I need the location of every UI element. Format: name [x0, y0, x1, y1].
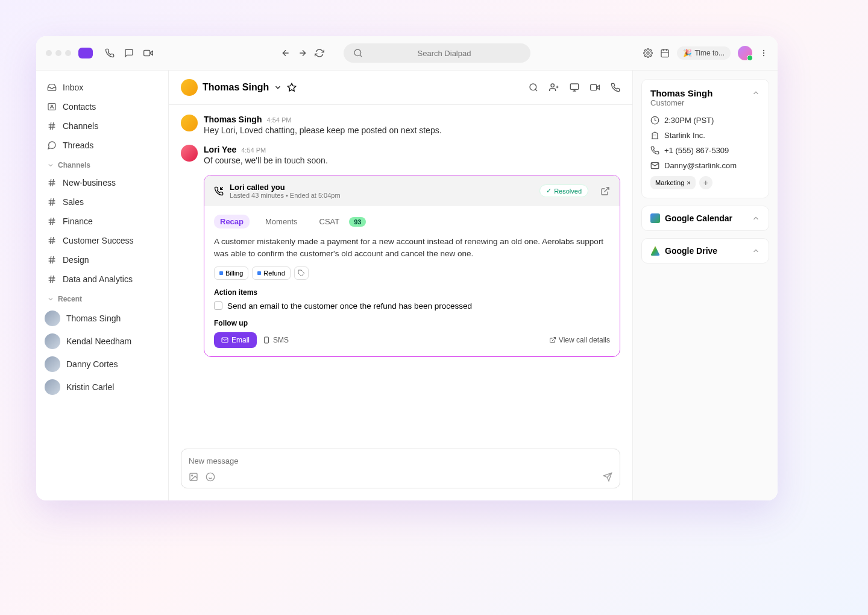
tag-billing[interactable]: Billing [214, 266, 248, 280]
channel-design[interactable]: Design [36, 250, 168, 270]
action-item-text: Send an email to the customer once the r… [227, 301, 472, 311]
window-controls[interactable] [46, 50, 71, 56]
google-drive-card[interactable]: Google Drive [641, 238, 769, 263]
gdrive-icon [650, 246, 660, 256]
avatar [181, 115, 198, 131]
phone-icon[interactable] [105, 48, 115, 58]
message-text: Hey Lori, Loved chatting, please keep me… [204, 125, 620, 135]
nav-threads[interactable]: Threads [36, 136, 168, 155]
action-checkbox[interactable] [214, 301, 222, 310]
tag-refund[interactable]: Refund [252, 266, 290, 280]
svg-point-14 [206, 473, 214, 481]
recent-kristin[interactable]: Kristin Carlel [36, 376, 168, 399]
chevron-down-icon[interactable] [274, 83, 282, 92]
recap-text: A customer mistakenly made a payment for… [214, 236, 610, 260]
gear-icon[interactable] [643, 48, 653, 58]
tag-dot-icon [257, 271, 261, 275]
chevron-up-icon[interactable] [752, 88, 760, 98]
minimize-dot[interactable] [55, 50, 61, 56]
app-logo [78, 48, 93, 58]
recent-kendal[interactable]: Kendal Needham [36, 330, 168, 353]
nav-contacts[interactable]: Contacts [36, 97, 168, 116]
channel-data-analytics[interactable]: Data and Analytics [36, 270, 168, 289]
conversation-header: Thomas Singh [169, 71, 632, 105]
recent-danny[interactable]: Danny Cortes [36, 353, 168, 376]
close-icon[interactable]: × [687, 179, 690, 186]
channel-finance[interactable]: Finance [36, 212, 168, 231]
add-people-icon[interactable] [549, 83, 559, 92]
recent-thomas[interactable]: Thomas Singh [36, 307, 168, 330]
svg-marker-8 [288, 83, 296, 91]
tags-row: Billing Refund [214, 266, 610, 280]
star-icon[interactable] [287, 83, 297, 92]
tab-moments[interactable]: Moments [259, 215, 303, 229]
phone-icon[interactable] [611, 83, 620, 92]
tag-icon [298, 270, 305, 277]
recent-section-header[interactable]: Recent [36, 289, 168, 307]
google-calendar-card[interactable]: Google Calendar [641, 206, 769, 231]
svg-point-3 [763, 50, 764, 51]
message-sender: Lori Yee [204, 145, 236, 154]
avatar [45, 379, 60, 395]
chevron-up-icon [752, 213, 760, 223]
contact-company: Starlink Inc. [650, 131, 760, 140]
maximize-dot[interactable] [65, 50, 71, 56]
mail-icon [221, 336, 228, 344]
hash-icon [47, 274, 57, 284]
clock-icon [650, 116, 659, 125]
composer-tools [189, 472, 612, 482]
video-icon[interactable] [590, 83, 600, 92]
email-button[interactable]: Email [214, 332, 257, 348]
channel-new-business[interactable]: New-business [36, 173, 168, 192]
back-icon[interactable] [281, 48, 291, 58]
view-call-details[interactable]: View call details [549, 336, 610, 344]
add-tag-button[interactable] [294, 266, 309, 280]
refresh-icon[interactable] [315, 48, 324, 58]
calendar-icon[interactable] [660, 48, 670, 58]
composer-input[interactable] [189, 456, 612, 465]
message-text: Of course, we'll be in touch soon. [204, 156, 620, 165]
time-chip[interactable]: 🎉 Time to... [677, 46, 731, 60]
emoji-icon[interactable] [206, 472, 215, 482]
channel-sales[interactable]: Sales [36, 192, 168, 212]
message-time: 4:54 PM [266, 116, 291, 124]
forward-icon[interactable] [298, 48, 307, 58]
contact-time: 2:30PM (PST) [650, 116, 760, 125]
svg-point-0 [354, 49, 361, 56]
channels-section-header[interactable]: Channels [36, 155, 168, 173]
video-icon[interactable] [143, 48, 153, 58]
svg-point-9 [530, 84, 536, 90]
tab-recap[interactable]: Recap [214, 215, 250, 229]
avatar [181, 145, 198, 162]
right-panel: Thomas Singh Customer 2:30PM (PST) Starl… [633, 71, 778, 500]
nav-channels[interactable]: Channels [36, 116, 168, 136]
search-box[interactable]: Search Dialpad [344, 43, 530, 63]
more-icon[interactable] [760, 48, 768, 58]
message-composer[interactable] [181, 449, 620, 488]
hash-icon [47, 121, 57, 131]
inbox-icon [47, 83, 57, 92]
external-link-icon[interactable] [600, 186, 610, 196]
tab-csat[interactable]: CSAT [313, 215, 346, 229]
nav-arrows [281, 48, 324, 58]
nav-inbox[interactable]: Inbox [36, 78, 168, 97]
tag-marketing[interactable]: Marketing× [650, 176, 696, 189]
svg-point-13 [192, 475, 193, 476]
contact-email: Danny@starlink.com [650, 161, 760, 170]
app-window: Search Dialpad 🎉 Time to... Inbox Contac… [36, 36, 778, 500]
chevron-up-icon [752, 246, 760, 256]
close-dot[interactable] [46, 50, 52, 56]
message-icon[interactable] [124, 48, 134, 58]
add-tag-button[interactable]: + [699, 176, 712, 189]
user-avatar[interactable] [738, 46, 752, 60]
channel-customer-success[interactable]: Customer Success [36, 231, 168, 250]
search-icon[interactable] [529, 83, 538, 92]
phone-icon [650, 146, 659, 155]
mail-icon [650, 161, 659, 170]
sms-button[interactable]: SMS [263, 336, 289, 344]
chevron-down-icon [47, 295, 54, 303]
titlebar-comm-icons [105, 48, 153, 58]
image-icon[interactable] [189, 472, 198, 482]
screen-icon[interactable] [570, 83, 579, 92]
send-icon[interactable] [603, 472, 612, 482]
